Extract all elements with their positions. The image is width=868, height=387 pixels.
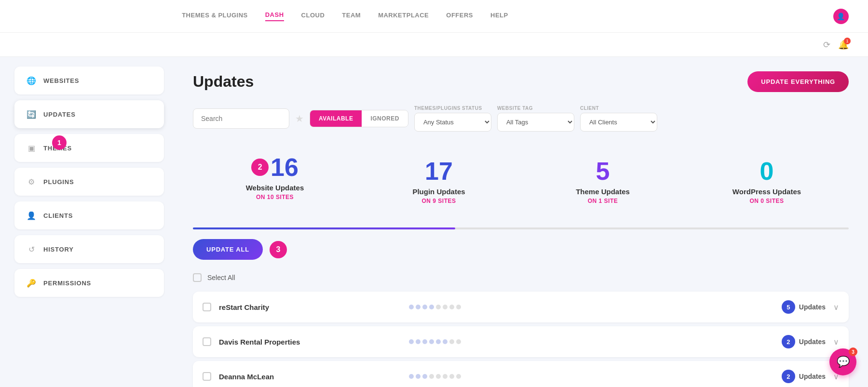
updates-label-0: Updates xyxy=(799,303,826,311)
chat-button[interactable]: 💬 3 xyxy=(829,348,856,375)
nav-dash[interactable]: DASH xyxy=(265,11,284,21)
sidebar-item-plugins[interactable]: ⚙ PLUGINS xyxy=(14,168,164,196)
stat-website-sub: ON 10 SITES xyxy=(198,194,352,200)
site-name-2: Deanna McLean xyxy=(219,373,401,381)
website-tag-label: WEBSITE TAG xyxy=(497,106,574,111)
stat-plugin-sub: ON 9 SITES xyxy=(362,198,516,204)
themes-icon: ▣ xyxy=(26,143,37,153)
globe-icon: 🌐 xyxy=(26,75,37,86)
dot xyxy=(456,305,461,309)
sidebar-updates-label: UPDATES xyxy=(43,111,76,118)
select-all-checkbox[interactable] xyxy=(193,273,202,282)
updates-count-2: 2 xyxy=(782,370,795,383)
client-select[interactable]: All Clients xyxy=(580,113,657,132)
themes-plugins-status-select[interactable]: Any Status xyxy=(414,113,491,132)
permissions-icon: 🔑 xyxy=(26,278,37,288)
notification-badge: 1 xyxy=(844,38,851,44)
available-toggle[interactable]: AVAILABLE xyxy=(310,110,362,127)
chevron-down-icon: ∨ xyxy=(833,303,839,312)
sidebar-item-history[interactable]: ↺ HISTORY xyxy=(14,235,164,263)
site-dots-2 xyxy=(409,374,774,379)
site-checkbox-1[interactable] xyxy=(203,337,211,346)
update-all-button[interactable]: UPDATE ALL xyxy=(193,239,263,260)
refresh-button[interactable]: ⟳ xyxy=(823,40,830,50)
stat-website-number: 16 xyxy=(271,155,298,180)
site-row[interactable]: Deanna McLean 2 Updates ∨ xyxy=(193,361,849,387)
stats-row: 2 16 Website Updates ON 10 SITES 17 Plug… xyxy=(193,145,849,214)
availability-toggle: AVAILABLE IGNORED xyxy=(310,110,408,127)
step-badge-2: 2 xyxy=(251,159,269,176)
progress-bar xyxy=(193,227,849,229)
dot xyxy=(409,305,414,309)
nav-help[interactable]: HELP xyxy=(490,12,508,21)
updates-count-1: 2 xyxy=(782,335,795,348)
stat-wordpress-sub: ON 0 SITES xyxy=(690,198,844,204)
search-input[interactable] xyxy=(193,108,289,129)
progress-bar-fill xyxy=(193,227,455,229)
refresh-icon: 🔄 xyxy=(26,109,37,120)
dot xyxy=(436,305,441,309)
stat-website-updates: 2 16 Website Updates ON 10 SITES xyxy=(193,145,357,214)
page-title: Updates xyxy=(193,73,254,91)
nav-themes-plugins[interactable]: THEMES & PLUGINS xyxy=(182,12,248,21)
dot xyxy=(429,305,434,309)
ignored-toggle[interactable]: IGNORED xyxy=(362,110,408,127)
dot xyxy=(409,339,414,344)
site-checkbox-2[interactable] xyxy=(203,372,211,381)
site-updates-badge-0: 5 Updates ∨ xyxy=(782,300,839,314)
dot xyxy=(422,339,427,344)
sidebar-permissions-label: PERMISSIONS xyxy=(43,280,91,287)
dot xyxy=(416,339,420,344)
user-avatar[interactable]: 👤 xyxy=(833,9,849,24)
client-filter: CLIENT All Clients xyxy=(580,106,657,132)
stat-plugin-number: 17 xyxy=(362,159,516,184)
sidebar-item-clients[interactable]: 👤 CLIENTS xyxy=(14,201,164,229)
site-updates-badge-2: 2 Updates ∨ xyxy=(782,370,839,383)
history-icon: ↺ xyxy=(26,244,37,254)
website-tag-select[interactable]: All Tags xyxy=(497,113,574,132)
site-checkbox-0[interactable] xyxy=(203,303,211,311)
dot xyxy=(436,374,441,379)
dot xyxy=(416,305,420,309)
star-filter-button[interactable]: ★ xyxy=(295,113,304,124)
notifications-button[interactable]: 🔔 1 xyxy=(838,40,849,50)
site-updates-badge-1: 2 Updates ∨ xyxy=(782,335,839,348)
nav-marketplace[interactable]: MARKETPLACE xyxy=(378,12,429,21)
sidebar-item-themes[interactable]: ▣ THEMES xyxy=(14,134,164,162)
dot xyxy=(443,305,448,309)
stat-website-label: Website Updates xyxy=(198,184,352,192)
nav-team[interactable]: TEAM xyxy=(342,12,361,21)
select-all-row: Select All xyxy=(193,269,849,286)
update-everything-button[interactable]: UPDATE EVERYTHING xyxy=(747,71,849,92)
site-dots-1 xyxy=(409,339,774,344)
stat-wordpress-label: WordPress Updates xyxy=(690,187,844,196)
stat-theme-updates: 5 Theme Updates ON 1 SITE xyxy=(521,145,685,214)
nav-cloud[interactable]: CLOUD xyxy=(301,12,325,21)
sidebar-item-permissions[interactable]: 🔑 PERMISSIONS xyxy=(14,269,164,297)
dot xyxy=(449,374,454,379)
filter-row: ★ AVAILABLE IGNORED THEMES/PLUGINS STATU… xyxy=(193,106,849,132)
nav-offers[interactable]: OFFERS xyxy=(446,12,473,21)
site-row[interactable]: reStart Charity 5 Updates ∨ xyxy=(193,292,849,322)
sidebar-item-updates[interactable]: 🔄 UPDATES xyxy=(14,100,164,128)
nav-right: 👤 xyxy=(833,9,849,24)
updates-label-2: Updates xyxy=(799,373,826,380)
dot xyxy=(422,305,427,309)
update-all-row: UPDATE ALL 3 xyxy=(193,239,849,260)
dot xyxy=(456,374,461,379)
nav-links: THEMES & PLUGINS DASH CLOUD TEAM MARKETP… xyxy=(182,11,508,21)
dot xyxy=(443,374,448,379)
select-all-label[interactable]: Select All xyxy=(207,274,235,281)
dot xyxy=(456,339,461,344)
plugins-icon: ⚙ xyxy=(26,176,37,187)
client-label: CLIENT xyxy=(580,106,657,111)
updates-label-1: Updates xyxy=(799,338,826,346)
stat-plugin-label: Plugin Updates xyxy=(362,187,516,196)
site-row[interactable]: Davis Rental Properties 2 Updates ∨ xyxy=(193,326,849,357)
step-badge-3: 3 xyxy=(270,241,287,258)
updates-count-0: 5 xyxy=(782,300,795,314)
dot xyxy=(422,374,427,379)
sidebar-step-badge: 1 xyxy=(52,135,67,150)
dot xyxy=(429,374,434,379)
sidebar-item-websites[interactable]: 🌐 WEBSITES xyxy=(14,67,164,94)
